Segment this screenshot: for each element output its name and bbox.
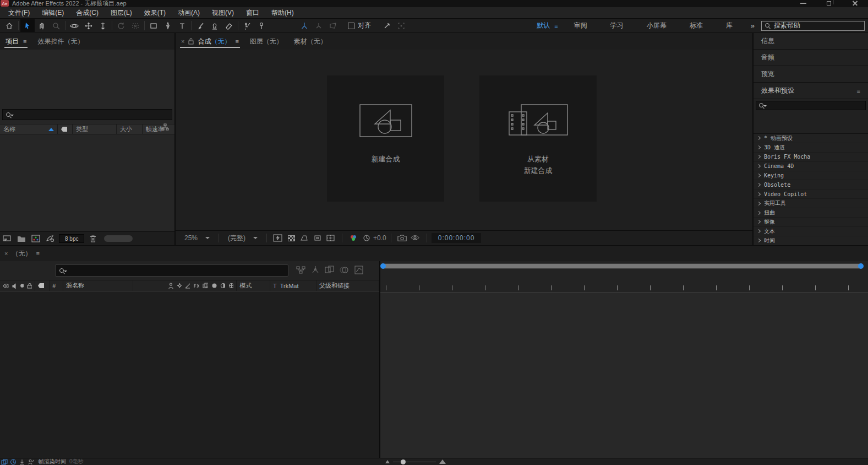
minimize-button[interactable] bbox=[790, 0, 816, 7]
rotation-tool-icon[interactable] bbox=[114, 19, 128, 32]
project-search-input[interactable] bbox=[2, 109, 172, 120]
effects-category-row[interactable]: 时间 bbox=[754, 236, 868, 245]
frame-blending-icon[interactable] bbox=[325, 266, 335, 276]
effects-category-row[interactable]: 实用工具 bbox=[754, 199, 868, 208]
close-tab-icon[interactable]: × bbox=[181, 38, 184, 45]
brush-tool-icon[interactable] bbox=[193, 19, 208, 32]
menu-item[interactable]: 文件(F) bbox=[2, 8, 36, 18]
mask-visibility-icon[interactable] bbox=[298, 233, 311, 244]
restore-button[interactable] bbox=[816, 0, 842, 7]
local-axis-mode-icon[interactable] bbox=[297, 19, 312, 32]
new-composition-icon[interactable] bbox=[30, 234, 41, 244]
exposure-value[interactable]: +0.0 bbox=[373, 234, 386, 242]
panel-menu-icon[interactable]: ≡ bbox=[857, 88, 860, 94]
type-tool-icon[interactable] bbox=[175, 19, 189, 32]
workspace-tab[interactable]: 标准 bbox=[678, 21, 714, 30]
marquee-icon[interactable] bbox=[394, 19, 408, 32]
workspace-tab[interactable]: 小屏幕 bbox=[635, 21, 678, 30]
menu-item[interactable]: 动画(A) bbox=[172, 8, 206, 18]
mode-column[interactable]: 模式 bbox=[237, 280, 270, 291]
render-status-icon[interactable] bbox=[9, 458, 18, 465]
pan-camera-tool-icon[interactable] bbox=[81, 19, 96, 32]
help-search-input[interactable]: 搜索帮助 bbox=[761, 21, 865, 31]
project-scrollbar-thumb[interactable] bbox=[104, 235, 133, 242]
graph-editor-icon[interactable] bbox=[354, 266, 363, 276]
project-flowchart-icon[interactable] bbox=[161, 123, 169, 133]
source-name-column[interactable]: 源名称 bbox=[63, 280, 133, 291]
zoom-tool-icon[interactable] bbox=[49, 19, 63, 32]
new-composition-card[interactable]: 新建合成 bbox=[327, 75, 444, 202]
tab-project[interactable]: 项目 ≡ bbox=[0, 33, 32, 50]
home-icon[interactable] bbox=[2, 19, 17, 32]
tab-composition[interactable]: × 合成 （无） ≡ bbox=[176, 33, 244, 50]
view-axis-mode-icon[interactable] bbox=[326, 19, 340, 32]
av-features-column[interactable] bbox=[0, 280, 35, 291]
puppet-pin-tool-icon[interactable] bbox=[254, 19, 269, 32]
timeline-tab-label[interactable]: （无） bbox=[12, 249, 31, 258]
fast-preview-icon[interactable] bbox=[271, 233, 285, 244]
work-area-bar[interactable] bbox=[380, 263, 864, 269]
effects-category-row[interactable]: 扭曲 bbox=[754, 208, 868, 218]
effects-search-input[interactable] bbox=[756, 101, 866, 110]
eraser-tool-icon[interactable] bbox=[222, 19, 236, 32]
menu-item[interactable]: 窗口 bbox=[240, 8, 265, 18]
parent-link-column[interactable]: 父级和链接 bbox=[316, 280, 379, 291]
collapsed-panel-header[interactable]: 预览 bbox=[754, 66, 868, 83]
clone-stamp-tool-icon[interactable] bbox=[208, 19, 222, 32]
menu-item[interactable]: 帮助(H) bbox=[265, 8, 300, 18]
panel-menu-icon[interactable]: ≡ bbox=[235, 38, 238, 45]
workspace-tab[interactable]: 审阅 bbox=[563, 21, 599, 30]
switches-column[interactable] bbox=[165, 280, 237, 291]
interpret-footage-icon[interactable] bbox=[2, 234, 13, 244]
zoom-slider-track[interactable] bbox=[393, 462, 436, 462]
effects-category-row[interactable]: Video Copilot bbox=[754, 190, 868, 199]
workspace-overflow-icon[interactable]: » bbox=[744, 21, 761, 30]
time-ruler[interactable] bbox=[380, 274, 868, 292]
draft-3d-icon[interactable] bbox=[311, 266, 320, 276]
motion-blur-icon[interactable] bbox=[340, 266, 350, 276]
resolution-dropdown[interactable]: (完整) bbox=[223, 234, 262, 243]
channel-rgb-icon[interactable] bbox=[347, 233, 360, 244]
workspace-tab-active[interactable]: 默认 ≡ bbox=[532, 21, 562, 30]
work-area-start-handle[interactable] bbox=[380, 263, 386, 269]
hand-tool-icon[interactable] bbox=[35, 19, 49, 32]
menu-item[interactable]: 视图(V) bbox=[206, 8, 240, 18]
tab-inactive[interactable]: 图层（无） bbox=[244, 33, 288, 50]
zoom-out-frames-icon[interactable] bbox=[385, 460, 390, 463]
live-update-icon[interactable] bbox=[0, 458, 9, 465]
close-tab-icon[interactable]: × bbox=[4, 250, 8, 257]
timeline-search-input[interactable] bbox=[55, 264, 288, 277]
orbit-camera-tool-icon[interactable] bbox=[67, 19, 81, 32]
exposure-reset-icon[interactable] bbox=[360, 233, 373, 244]
menu-item[interactable]: 合成(C) bbox=[70, 8, 105, 18]
label-column[interactable] bbox=[35, 280, 50, 291]
timecode-display[interactable]: 0:00:00:00 bbox=[432, 233, 482, 243]
trash-icon[interactable] bbox=[88, 234, 99, 244]
effects-category-row[interactable]: Keying bbox=[754, 171, 868, 181]
tab-inactive[interactable]: 素材（无） bbox=[288, 33, 332, 50]
workspace-tab[interactable]: 学习 bbox=[599, 21, 635, 30]
zoom-in-icon[interactable] bbox=[439, 459, 446, 464]
effects-category-row[interactable]: * 动画预设 bbox=[754, 134, 868, 143]
collaborate-icon[interactable] bbox=[26, 458, 35, 465]
new-folder-icon[interactable] bbox=[16, 234, 27, 244]
effects-category-row[interactable]: Cinema 4D bbox=[754, 162, 868, 171]
unlock-icon[interactable] bbox=[188, 38, 194, 45]
ne-arrow-icon[interactable] bbox=[380, 19, 394, 32]
zoom-slider-knob[interactable] bbox=[401, 459, 406, 464]
work-area-end-handle[interactable] bbox=[858, 263, 864, 269]
collapsed-panel-header[interactable]: 音频 bbox=[754, 50, 868, 66]
timeline-column-divider[interactable] bbox=[379, 261, 380, 465]
transparency-grid-icon[interactable] bbox=[285, 233, 298, 244]
roto-brush-tool-icon[interactable] bbox=[240, 19, 254, 32]
download-icon[interactable] bbox=[18, 458, 26, 465]
world-axis-mode-icon[interactable] bbox=[312, 19, 326, 32]
menu-item[interactable]: 图层(L) bbox=[105, 8, 138, 18]
tab-effect-controls[interactable]: 效果控件（无） bbox=[32, 33, 89, 50]
track-area[interactable] bbox=[380, 292, 868, 458]
effects-category-row[interactable]: 文本 bbox=[754, 227, 868, 236]
effects-category-row[interactable]: 3D 通道 bbox=[754, 143, 868, 153]
close-button[interactable] bbox=[842, 0, 868, 7]
effects-category-row[interactable]: 抠像 bbox=[754, 218, 868, 227]
number-column[interactable]: # bbox=[50, 280, 63, 291]
